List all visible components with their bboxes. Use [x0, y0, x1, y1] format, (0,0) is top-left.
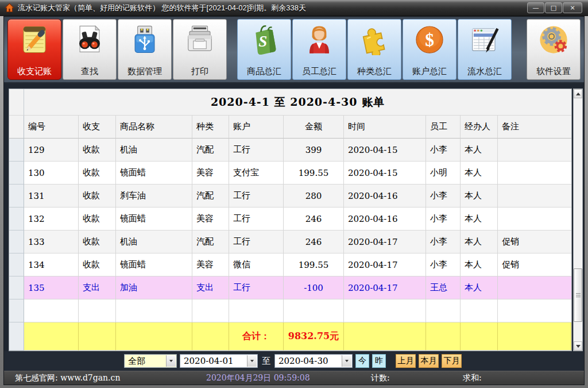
scroll-up-button[interactable]: [574, 89, 582, 98]
datetime-label: 2020年04月29日 09:59:08: [206, 373, 310, 383]
range-separator-label: 至: [261, 356, 272, 367]
this-month-button[interactable]: 本月: [419, 354, 439, 368]
table-row[interactable]: 133 收款 机油 汽配 工行 246 2020-04-17 小李 本人 促销: [9, 231, 571, 253]
row-selector-header[interactable]: [9, 89, 24, 116]
cell-type: 收款: [79, 162, 116, 185]
column-header-category[interactable]: 种类: [192, 116, 229, 139]
column-header-amount[interactable]: 金额: [284, 116, 344, 139]
cell-id: 135: [24, 276, 79, 299]
column-header-account[interactable]: 账户: [229, 116, 284, 139]
toolbar-button-account-summary[interactable]: $ 账户总汇: [403, 19, 457, 80]
toolbar-button-label: 数据管理: [127, 66, 162, 76]
row-selector[interactable]: [9, 162, 24, 185]
sum-label: 求和:: [463, 373, 482, 383]
app-window: 流水记账大管家（简单、好用的记账软件） 您的软件将于[2021-04-02]到期…: [0, 0, 588, 388]
scope-select[interactable]: 全部: [124, 354, 177, 368]
vertical-scrollbar[interactable]: [573, 89, 583, 351]
column-header-id[interactable]: 编号: [24, 116, 79, 139]
spreadsheet-pen-icon: [469, 24, 501, 56]
column-header-handler[interactable]: 经办人: [461, 116, 498, 139]
main-area: 2020-4-1 至 2020-4-30 账单 编号 收支 商品名称 种类 账户…: [4, 83, 584, 351]
next-month-button[interactable]: 下月: [442, 354, 462, 368]
column-header-note[interactable]: 备注: [498, 116, 571, 139]
table-row[interactable]: 131 收款 刹车油 汽配 工行 280 2020-04-16 小李 本人: [9, 185, 571, 208]
column-header-date[interactable]: 时间: [344, 116, 426, 139]
column-header-product[interactable]: 商品名称: [116, 116, 192, 139]
cell-category: 美容: [192, 162, 229, 185]
printer-icon: [184, 24, 216, 56]
shopping-bag-icon: S: [248, 24, 280, 56]
toolbar-button-settings[interactable]: 软件设置: [527, 19, 581, 80]
total-label: 合计：: [229, 322, 284, 351]
cell-product: 机油: [116, 231, 192, 253]
cell-category: 支出: [192, 276, 229, 299]
row-selector[interactable]: [9, 231, 24, 253]
row-selector[interactable]: [9, 139, 24, 162]
toolbar-button-search[interactable]: 查找: [63, 19, 117, 80]
toolbar-button-employee-summary[interactable]: 员工总汇: [292, 19, 346, 80]
toolbar-button-income-expense[interactable]: 收支记账: [7, 19, 61, 80]
toolbar-button-product-summary[interactable]: S 商品总汇: [237, 19, 291, 80]
window-title: 流水记账大管家（简单、好用的记账软件） 您的软件将于[2021-04-02]到期…: [18, 3, 306, 13]
table-row[interactable]: 134 收款 镜面蜡 美容 微信 199.55 2020-04-17 小李 本人…: [9, 253, 571, 276]
cell-handler: 本人: [461, 162, 498, 185]
row-selector-header[interactable]: [9, 116, 24, 139]
cell-handler: 本人: [461, 276, 498, 299]
row-selector[interactable]: [9, 276, 24, 299]
binoculars-icon: [74, 24, 106, 56]
empty-cell: [24, 299, 79, 322]
empty-cell: [284, 299, 344, 322]
cell-note: [498, 139, 571, 162]
table-row[interactable]: 130 收款 镜面蜡 美容 支付宝 199.55 2020-04-15 小明 本…: [9, 162, 571, 185]
yesterday-button[interactable]: 昨: [372, 354, 386, 368]
table-title: 2020-4-1 至 2020-4-30 账单: [24, 89, 571, 116]
row-selector[interactable]: [9, 208, 24, 231]
cell-note: [498, 162, 571, 185]
row-selector[interactable]: [9, 322, 24, 351]
count-label: 计数:: [371, 373, 390, 383]
cell-id: 132: [24, 208, 79, 231]
cell-account: 工行: [229, 185, 284, 208]
toolbar-button-print[interactable]: 打印: [173, 19, 227, 80]
cell-note: [498, 185, 571, 208]
cell-product: 加油: [116, 276, 192, 299]
row-selector[interactable]: [9, 253, 24, 276]
close-button[interactable]: ×: [563, 2, 582, 13]
total-empty-cell: [79, 322, 116, 351]
prev-month-button[interactable]: 上月: [396, 354, 416, 368]
chevron-down-icon[interactable]: [342, 355, 351, 367]
scrollbar-track[interactable]: [574, 98, 582, 341]
cell-employee: 小李: [426, 139, 461, 162]
row-selector[interactable]: [9, 299, 24, 322]
scroll-down-button[interactable]: [574, 341, 582, 351]
toolbar-button-transaction-summary[interactable]: 流水总汇: [458, 19, 512, 80]
column-header-employee[interactable]: 员工: [426, 116, 461, 139]
empty-row: [9, 299, 571, 322]
minimize-button[interactable]: —: [527, 2, 544, 13]
column-header-type[interactable]: 收支: [79, 116, 116, 139]
empty-cell: [426, 299, 461, 322]
cell-type: 支出: [79, 276, 116, 299]
cell-date: 2020-04-17: [344, 276, 426, 299]
empty-cell: [461, 299, 498, 322]
chevron-down-icon[interactable]: [247, 355, 257, 367]
date-from-select[interactable]: 2020-04-01: [180, 354, 258, 368]
table-row[interactable]: 129 收款 机油 汽配 工行 399 2020-04-15 小李 本人: [9, 139, 571, 162]
cell-employee: 王总: [426, 276, 461, 299]
dollar-circle-icon: $: [413, 24, 446, 56]
date-to-select[interactable]: 2020-04-30: [274, 354, 353, 368]
table-row[interactable]: 135 支出 加油 支出 工行 -100 2020-04-17 王总 本人: [9, 276, 571, 299]
total-empty-cell: [24, 322, 79, 351]
chevron-down-icon[interactable]: [166, 355, 176, 367]
table-row[interactable]: 132 收款 镜面蜡 美容 工行 246 2020-04-16 小李 本人: [9, 208, 571, 231]
today-button[interactable]: 今: [355, 354, 369, 368]
maximize-button[interactable]: □: [545, 2, 562, 13]
row-selector[interactable]: [9, 185, 24, 208]
cell-amount: 399: [284, 139, 344, 162]
cell-amount: 246: [284, 231, 344, 253]
cell-product: 刹车油: [116, 185, 192, 208]
toolbar-button-data-management[interactable]: 数据管理: [118, 19, 172, 80]
cell-product: 机油: [116, 139, 192, 162]
scrollbar-thumb[interactable]: [574, 268, 582, 322]
toolbar-button-category-summary[interactable]: 种类总汇: [347, 19, 401, 80]
